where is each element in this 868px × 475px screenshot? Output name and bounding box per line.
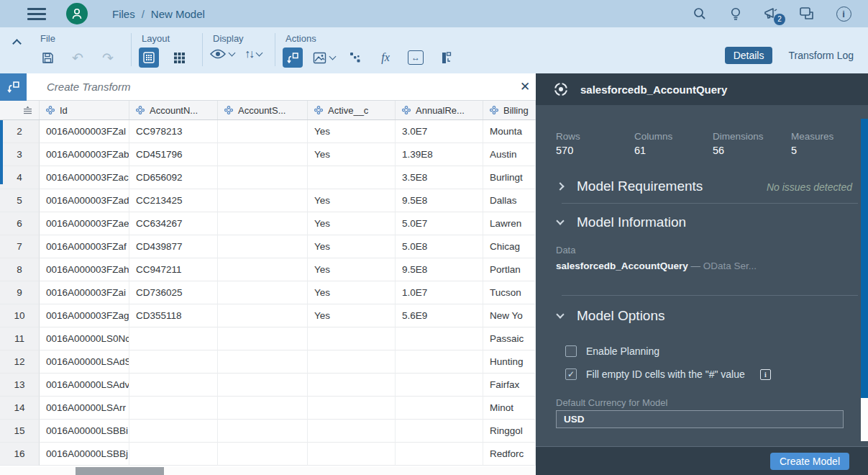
select-all-header-cell[interactable] (0, 101, 40, 119)
visibility-dropdown[interactable] (210, 49, 234, 59)
column-header-id[interactable]: Id (40, 101, 129, 119)
table-cell[interactable]: CD355118 (129, 304, 218, 327)
row-number[interactable]: 16 (0, 443, 40, 466)
table-cell[interactable]: Yes (308, 212, 396, 235)
horizontal-scrollbar-thumb[interactable] (76, 467, 164, 475)
table-cell[interactable] (396, 350, 483, 374)
fill-empty-id-checkbox-row[interactable]: ✓ Fill empty ID cells with the "#" value… (565, 368, 771, 380)
row-number[interactable]: 4 (0, 166, 40, 189)
table-cell[interactable]: 0016A00000LS0Nc (40, 327, 129, 350)
column-header-annualrevenue[interactable]: AnnualRe... (396, 101, 483, 119)
custom-expression-button[interactable]: ↔ (406, 48, 426, 68)
table-cell[interactable]: Yes (308, 143, 396, 166)
table-cell[interactable]: Yes (308, 281, 396, 304)
table-cell[interactable]: CD736025 (129, 281, 218, 304)
table-cell[interactable]: Ringgol (483, 420, 536, 443)
table-cell[interactable]: 3.0E7 (396, 120, 483, 143)
table-cell[interactable] (308, 327, 396, 350)
formula-button[interactable]: fx (375, 48, 396, 68)
table-cell[interactable]: Hunting (483, 350, 536, 374)
table-cell[interactable]: Burlingt (483, 166, 536, 189)
table-cell[interactable] (218, 120, 308, 143)
section-model-information[interactable]: Model Information (557, 214, 686, 230)
panel-scrollbar-track[interactable] (861, 398, 868, 441)
row-number[interactable]: 2 (0, 120, 40, 143)
column-header-active[interactable]: Active__c (308, 101, 396, 119)
row-number[interactable]: 12 (0, 350, 40, 374)
table-cell[interactable]: 5.0E7 (396, 212, 483, 235)
table-row[interactable]: 80016A000003FZahCC947211Yes9.5E8Portlan (0, 258, 536, 281)
table-row[interactable]: 70016A000003FZafCD439877Yes5.0E8Chicag (0, 235, 536, 258)
grid-view-button[interactable] (139, 48, 159, 68)
table-cell[interactable]: 9.5E8 (396, 189, 483, 212)
table-cell[interactable]: CC947211 (129, 258, 218, 281)
table-cell[interactable] (218, 212, 308, 235)
table-cell[interactable] (396, 327, 483, 350)
table-cell[interactable] (218, 281, 308, 304)
enable-planning-checkbox-row[interactable]: ✓ Enable Planning (565, 345, 659, 357)
table-cell[interactable] (129, 350, 218, 374)
table-cell[interactable]: 0016A00000LSBBj (40, 443, 129, 466)
table-cell[interactable]: CC978213 (129, 120, 218, 143)
table-cell[interactable]: CC634267 (129, 212, 218, 235)
table-cell[interactable]: CC213425 (129, 189, 218, 212)
table-cell[interactable] (218, 258, 308, 281)
table-cell[interactable]: 0016A000003FZaf (40, 235, 129, 258)
vertical-scrollbar-left[interactable] (0, 120, 3, 184)
avatar[interactable] (66, 3, 88, 24)
column-header-accountsource[interactable]: AccountS... (218, 101, 308, 119)
table-cell[interactable]: 1.39E8 (396, 143, 483, 166)
panel-scrollbar-thumb[interactable] (861, 119, 868, 398)
table-row[interactable]: 110016A00000LS0NcPassaic (0, 327, 536, 350)
help-icon[interactable]: i (835, 5, 852, 22)
undo-button[interactable]: ↶ (68, 48, 88, 68)
table-cell[interactable] (308, 397, 396, 420)
info-icon[interactable]: i (760, 369, 771, 380)
table-cell[interactable] (218, 235, 308, 258)
table-cell[interactable]: Yes (308, 189, 396, 212)
table-cell[interactable]: 0016A000003FZae (40, 212, 129, 235)
table-cell[interactable]: 3.5E8 (396, 166, 483, 189)
table-cell[interactable] (218, 143, 308, 166)
table-cell[interactable]: Chicag (483, 235, 536, 258)
sort-dropdown[interactable]: ↑↓ (245, 48, 262, 60)
table-cell[interactable]: CD656092 (129, 166, 218, 189)
table-cell[interactable]: 5.6E9 (396, 304, 483, 327)
row-number[interactable]: 3 (0, 143, 40, 166)
table-cell[interactable]: Fairfax (483, 374, 536, 397)
table-cell[interactable]: Lawren (483, 212, 536, 235)
table-row[interactable]: 20016A000003FZalCC978213Yes3.0E7Mounta (0, 120, 536, 143)
table-cell[interactable] (129, 397, 218, 420)
create-model-button[interactable]: Create Model (770, 453, 849, 470)
table-row[interactable]: 30016A000003FZabCD451796Yes1.39E8Austin (0, 143, 536, 166)
redo-button[interactable]: ↷ (98, 48, 118, 68)
table-cell[interactable]: 0016A00000LSBBi (40, 420, 129, 443)
table-cell[interactable] (308, 420, 396, 443)
hamburger-menu-icon[interactable] (27, 8, 46, 20)
transform-bar-icon-box[interactable] (0, 73, 27, 101)
table-cell[interactable]: Yes (308, 120, 396, 143)
table-cell[interactable]: Austin (483, 143, 536, 166)
table-cell[interactable]: 1.0E7 (396, 281, 483, 304)
table-cell[interactable] (308, 350, 396, 374)
row-number[interactable]: 9 (0, 281, 40, 304)
details-tab[interactable]: Details (725, 47, 773, 64)
table-cell[interactable] (218, 397, 308, 420)
table-cell[interactable]: Tucson (483, 281, 536, 304)
table-cell[interactable] (308, 443, 396, 466)
table-cell[interactable] (308, 374, 396, 397)
table-row[interactable]: 60016A000003FZaeCC634267Yes5.0E7Lawren (0, 212, 536, 235)
row-number[interactable]: 6 (0, 212, 40, 235)
row-number[interactable]: 7 (0, 235, 40, 258)
table-row[interactable]: 100016A000003FZagCD355118Yes5.6E9New Yo (0, 304, 536, 327)
table-row[interactable]: 120016A00000LSAdSHunting (0, 350, 536, 374)
table-row[interactable]: 40016A000003FZacCD6560923.5E8Burlingt (0, 166, 536, 189)
table-cell[interactable]: 5.0E8 (396, 235, 483, 258)
table-cell[interactable] (218, 374, 308, 397)
table-cell[interactable]: Dallas (483, 189, 536, 212)
row-number[interactable]: 8 (0, 258, 40, 281)
table-cell[interactable]: CD439877 (129, 235, 218, 258)
breadcrumb-files[interactable]: Files (112, 8, 135, 20)
table-cell[interactable]: 0016A000003FZai (40, 281, 129, 304)
table-cell[interactable] (396, 443, 483, 466)
